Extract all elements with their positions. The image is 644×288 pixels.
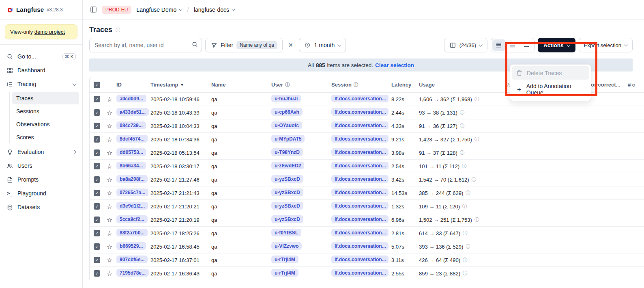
row-checkbox[interactable]	[94, 163, 100, 169]
table-row[interactable]: ba8a208f... 2025-02-17 21:27:46 qa u-yzS…	[90, 173, 644, 186]
table-row[interactable]: d3e9d1f2... 2025-02-17 21:20:21 qa u-yzS…	[90, 200, 644, 213]
table-row[interactable]: 7195d78e... 2025-02-17 16:36:43 qa u-rTr…	[90, 267, 644, 280]
session-badge[interactable]: lf.docs.conversation...	[331, 229, 389, 236]
session-badge[interactable]: lf.docs.conversation...	[331, 256, 389, 263]
table-row[interactable]: a433de51... 2025-02-18 10:43:39 qa u-cp6…	[90, 106, 644, 119]
header-latency[interactable]: Latency	[391, 82, 419, 88]
session-badge[interactable]: lf.docs.conversation...	[331, 135, 389, 143]
row-checkbox[interactable]	[94, 230, 100, 236]
sidebar-item-tracing[interactable]: Tracing	[3, 77, 79, 91]
star-icon[interactable]	[107, 203, 112, 210]
filter-button[interactable]: Filter Name any of qa	[205, 38, 283, 52]
sidebar-item-scores[interactable]: Scores	[12, 131, 79, 143]
project-selector[interactable]: langfuse-docs	[194, 6, 235, 13]
sidebar-item-observations[interactable]: Observations	[12, 118, 79, 130]
row-checkbox[interactable]	[94, 190, 100, 196]
user-badge[interactable]: u-cp66Avh	[271, 108, 303, 116]
table-row[interactable]: b669529... 2025-02-17 16:58:45 qa u-VIZz…	[90, 240, 644, 253]
user-badge[interactable]: u-yzSBxcD	[271, 202, 303, 210]
session-badge[interactable]: lf.docs.conversation...	[331, 215, 389, 223]
sidebar-item-sessions[interactable]: Sessions	[12, 105, 79, 117]
row-height-tall-button[interactable]	[520, 39, 533, 51]
user-badge[interactable]: u-MYpDAT5	[271, 135, 305, 143]
table-row[interactable]: 8b66a34... 2025-02-18 03:30:17 qa u-zEwd…	[90, 160, 644, 173]
user-badge[interactable]: u-zEwdED2	[271, 162, 304, 169]
row-checkbox[interactable]	[94, 243, 100, 250]
star-icon[interactable]	[107, 136, 112, 143]
star-icon[interactable]	[107, 109, 112, 116]
session-badge[interactable]: lf.docs.conversation...	[331, 148, 389, 156]
user-badge[interactable]: u-rTrjI4M	[271, 256, 298, 263]
row-checkbox[interactable]	[94, 217, 100, 223]
session-badge[interactable]: lf.docs.conversation...	[331, 269, 389, 277]
search-input[interactable]	[89, 38, 202, 52]
row-height-compact-button[interactable]	[492, 39, 505, 51]
trace-id-badge[interactable]: 907cbf6e...	[116, 256, 148, 263]
star-icon[interactable]	[107, 217, 112, 223]
trace-id-badge[interactable]: d3e9d1f2...	[116, 202, 148, 210]
header-timestamp[interactable]: Timestamp ▼	[150, 82, 211, 88]
header-usage[interactable]: Usage	[419, 82, 506, 88]
session-badge[interactable]: lf.docs.conversation...	[331, 188, 389, 196]
trace-id-badge[interactable]: 88f2a7b0...	[116, 229, 148, 236]
user-badge[interactable]: u-huJhuJi	[271, 95, 301, 102]
header-name[interactable]: Name	[211, 82, 271, 88]
session-badge[interactable]: lf.docs.conversation...	[331, 175, 389, 183]
table-row[interactable]: 8dcf4574... 2025-02-18 07:34:36 qa u-MYp…	[90, 133, 644, 146]
trace-id-badge[interactable]: b669529...	[116, 242, 146, 250]
user-badge[interactable]: u-yzSBxcD	[271, 215, 303, 223]
trace-id-badge[interactable]: 8b66a34...	[116, 162, 146, 169]
row-checkbox[interactable]	[94, 176, 100, 183]
table-row[interactable]: 07265c7a... 2025-02-17 21:21:43 qa u-yzS…	[90, 186, 644, 200]
session-badge[interactable]: lf.docs.conversation...	[331, 242, 389, 250]
user-badge[interactable]: u-yzSBxcD	[271, 175, 303, 183]
row-checkbox[interactable]	[94, 203, 100, 210]
trace-id-badge[interactable]: 7195d78e...	[116, 269, 149, 277]
menu-item-delete-traces[interactable]: Delete Traces	[512, 66, 589, 80]
session-badge[interactable]: lf.docs.conversation...	[331, 95, 389, 102]
export-selection-button[interactable]: Export selection	[579, 38, 633, 52]
star-icon[interactable]	[107, 149, 112, 156]
user-badge[interactable]: u-yzSBxcD	[271, 188, 303, 196]
row-checkbox[interactable]	[94, 109, 100, 116]
trace-id-badge[interactable]: ba8a208f...	[116, 175, 148, 183]
clear-selection-link[interactable]: Clear selection	[375, 62, 414, 68]
sidebar-item-prompts[interactable]: Prompts	[3, 173, 79, 186]
session-badge[interactable]: lf.docs.conversation...	[331, 162, 389, 169]
time-range-button[interactable]: 1 month	[299, 38, 346, 52]
star-icon[interactable]	[107, 176, 112, 183]
star-icon[interactable]	[107, 123, 112, 130]
trace-id-badge[interactable]: 084c739...	[116, 121, 146, 129]
sidebar-item-datasets[interactable]: Datasets	[3, 200, 79, 214]
sidebar-item-dashboard[interactable]: Dashboard	[3, 63, 79, 77]
table-row[interactable]: 5cca9cf2... 2025-02-17 21:20:19 qa u-yzS…	[90, 213, 644, 227]
star-icon[interactable]	[107, 163, 112, 170]
clear-filter-button[interactable]: ✕	[286, 40, 296, 50]
header-extra[interactable]: # c	[628, 82, 644, 88]
user-badge[interactable]: u-T98YnzD	[271, 148, 303, 156]
row-checkbox[interactable]	[94, 96, 100, 102]
row-checkbox[interactable]	[94, 149, 100, 156]
trace-id-badge[interactable]: 5cca9cf2...	[116, 215, 148, 223]
star-icon[interactable]	[107, 230, 112, 237]
sidebar-item-evaluation[interactable]: Evaluation	[3, 145, 79, 159]
columns-button[interactable]: (24/36)	[444, 38, 487, 52]
star-icon[interactable]	[107, 257, 112, 264]
row-checkbox[interactable]	[94, 257, 100, 263]
star-icon[interactable]	[107, 190, 112, 197]
session-badge[interactable]: lf.docs.conversation...	[331, 202, 389, 210]
trace-id-badge[interactable]: a433de51...	[116, 108, 149, 116]
user-badge[interactable]: u-OYauofc	[271, 121, 302, 129]
trace-id-badge[interactable]: 8dcf4574...	[116, 135, 148, 143]
menu-item-add-to-annotation-queue[interactable]: + Add to Annotation Queue	[512, 80, 589, 99]
header-user[interactable]: User ⓘ	[271, 82, 331, 88]
sidebar-toggle-icon[interactable]	[90, 6, 97, 13]
header-id[interactable]: ID	[116, 82, 150, 88]
star-icon[interactable]	[107, 270, 112, 277]
session-badge[interactable]: lf.docs.conversation...	[331, 108, 389, 116]
actions-button[interactable]: Actions	[538, 38, 575, 52]
user-badge[interactable]: u-rTrjI4M	[271, 269, 298, 277]
trace-id-badge[interactable]: dd05753...	[116, 148, 146, 156]
sidebar-item-goto[interactable]: Go to... ⌘ K	[3, 50, 79, 63]
table-row[interactable]: 084c739... 2025-02-18 10:04:33 qa u-OYau…	[90, 119, 644, 133]
